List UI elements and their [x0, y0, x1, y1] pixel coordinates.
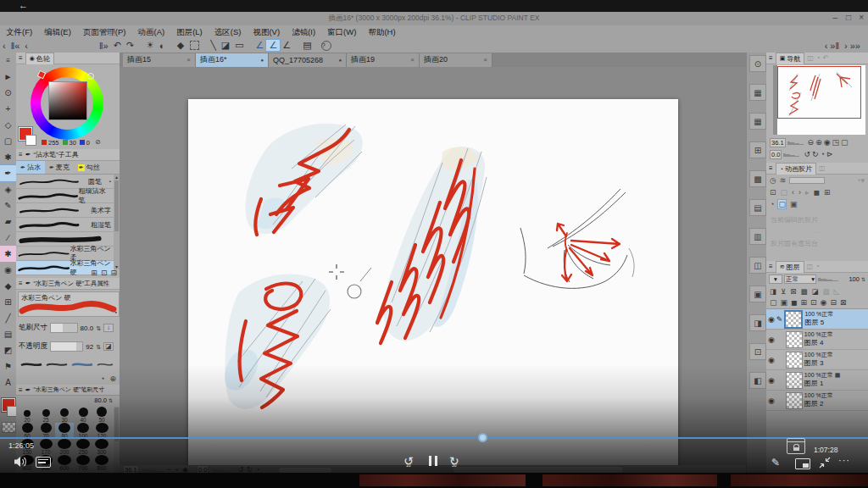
history-tab-icon[interactable]: ↶ — [823, 54, 829, 62]
toolbar-menu-icon[interactable]: ≡ — [0, 53, 16, 69]
tool-blend[interactable]: ◉ — [0, 262, 16, 278]
layer-row[interactable]: ◉ 100 %正常图层 4 — [766, 330, 868, 350]
stepper-icon[interactable]: ⇅ — [96, 325, 101, 331]
undo-icon[interactable]: ↶ — [111, 40, 124, 51]
duplicate-cel-icon[interactable]: ▢ — [781, 188, 788, 197]
progress-handle[interactable] — [478, 433, 487, 442]
clear-icon[interactable]: ☀ — [143, 40, 157, 51]
select-area-icon[interactable] — [190, 41, 199, 50]
menu-filter[interactable]: 滤镜(I) — [286, 25, 321, 38]
play-icon[interactable]: ▸ — [805, 188, 810, 197]
menu-selection[interactable]: 选区(S) — [209, 25, 248, 38]
tool-pen[interactable]: ✒ — [0, 165, 16, 181]
invert-selection-icon[interactable]: ◪ — [219, 40, 232, 51]
menu-view[interactable]: 视图(V) — [247, 25, 286, 38]
prev-cel-icon[interactable]: ‹ — [792, 188, 794, 197]
subtool-scrollbar[interactable]: ▴ ▾ — [114, 175, 120, 269]
lock-layer-icon[interactable]: ⊠ — [790, 287, 796, 296]
sv-square[interactable] — [48, 81, 87, 120]
layer-row-selected[interactable]: ◉ ✎ 100 %正常图层 5 — [766, 309, 868, 330]
menu-animation[interactable]: 动画(A) — [131, 25, 170, 38]
menu-edit[interactable]: 编辑(E) — [38, 25, 77, 38]
fullscreen-icon[interactable]: ▢ — [841, 139, 849, 147]
redo-icon[interactable]: ↷ — [124, 40, 136, 51]
selection-border-icon[interactable]: ▭ — [232, 40, 246, 51]
subview-tab-icon[interactable]: ◫ — [807, 54, 814, 62]
page-first-icon[interactable]: ‹ — [0, 41, 8, 51]
navigator-rotation-slider[interactable] — [783, 153, 802, 157]
stepper-icon[interactable]: ⇅ — [861, 277, 865, 282]
panel-menu-icon[interactable]: ≡ — [769, 263, 773, 270]
filmstrip-thumbnail[interactable] — [731, 474, 868, 486]
mask-layer-icon[interactable]: ◉ — [821, 298, 827, 307]
bg-color-swatch[interactable] — [25, 135, 36, 146]
merge-layer-icon[interactable]: ⊡ — [810, 298, 817, 307]
transfer-layer-icon[interactable]: ⊞ — [801, 298, 808, 307]
rotate-right-icon[interactable]: ↻ — [812, 151, 819, 158]
tool-tone[interactable]: ◩ — [0, 342, 16, 358]
tab-close-icon[interactable]: × — [186, 57, 191, 64]
new-cel-icon[interactable]: ⊡ — [770, 188, 776, 197]
navigator-zoom-value[interactable]: 36.1 — [770, 138, 786, 147]
dock-panel-icon[interactable]: ▣ — [749, 286, 766, 302]
tool-selection[interactable]: ▢ — [0, 133, 16, 149]
zoom-in-icon[interactable]: ⊕ — [815, 139, 822, 147]
tool-airbrush[interactable]: ∕ — [0, 230, 16, 246]
snap-ruler-icon[interactable]: ∠ — [253, 40, 267, 51]
dock-panel-icon[interactable]: ◨ — [749, 314, 766, 331]
timeline-tab-icon[interactable]: ◫ — [819, 164, 826, 172]
dock-panel-icon[interactable]: ▦ — [749, 84, 766, 101]
skip-back-icon[interactable]: ↺10 — [403, 454, 414, 468]
palette-icon[interactable]: ◺ — [833, 287, 839, 296]
close-button[interactable]: × — [859, 14, 864, 22]
dock-panel-icon[interactable]: ⊞ — [749, 141, 766, 158]
onion-skin-icon[interactable]: ◷ — [770, 176, 776, 185]
navigator-thumbnail[interactable] — [773, 65, 865, 135]
panel-menu-icon[interactable]: ≡ — [19, 151, 23, 158]
navigator-view-rect[interactable] — [777, 66, 861, 119]
snap-special-ruler-icon[interactable]: ∠ — [266, 40, 280, 51]
apply-mask-icon[interactable]: ⊟ — [830, 298, 837, 307]
more-icon[interactable]: ··· — [838, 455, 850, 465]
lock-window-icon[interactable] — [787, 438, 805, 454]
dock-panel-icon[interactable]: ▤ — [749, 199, 766, 216]
lighttable-doc-icon[interactable]: ▣ — [790, 200, 798, 208]
color-mode-icon[interactable]: ⊘ — [95, 139, 101, 146]
lighttable-cel-icon[interactable]: ▢ — [778, 200, 786, 208]
layer-property-tab-icon[interactable]: ◫ — [807, 263, 814, 270]
add-subtool-icon[interactable]: ⊞ — [91, 269, 97, 277]
danmaku-icon[interactable] — [36, 457, 51, 468]
opacity-dynamics-icon[interactable]: ◪ — [103, 342, 114, 351]
navigator-tab[interactable]: ▣导航 — [776, 53, 805, 64]
subtool-item[interactable]: 美术字 — [16, 203, 114, 218]
duplicate-subtool-icon[interactable]: ⊡ — [101, 269, 108, 277]
draft-icon[interactable]: ▨ — [822, 287, 829, 296]
page-prev-icon[interactable]: ‖« — [8, 41, 23, 51]
zoom-out-icon[interactable]: ⊖ — [808, 139, 815, 147]
dock-panel-icon[interactable]: ▦ — [749, 113, 766, 130]
panel-menu-icon[interactable]: ≡ — [19, 54, 23, 62]
dock-next-icon[interactable]: › »» — [842, 41, 863, 51]
dock-panel-icon[interactable]: ◫ — [749, 257, 766, 274]
note-pencil-icon[interactable]: ✎ — [771, 457, 780, 469]
new-vector-layer-icon[interactable]: ▣ — [781, 298, 788, 307]
new-layer-icon[interactable]: ▢ — [770, 298, 777, 307]
new-folder-icon[interactable]: ◼ — [791, 298, 797, 307]
quick-zoom-icon[interactable]: ⊙ — [749, 55, 766, 72]
mask-icon[interactable]: ▩ — [800, 287, 807, 296]
subtool-group-tab[interactable]: ✒勾丝 — [74, 161, 104, 174]
exit-fullscreen-icon[interactable] — [819, 457, 831, 469]
scroll-up-icon[interactable]: ▴ — [114, 175, 120, 180]
clip-icon[interactable]: ◨ — [770, 287, 776, 296]
color-wheel-tab[interactable]: ◉色轮 — [25, 53, 54, 64]
cel-settings-icon[interactable]: ⊞ — [824, 188, 831, 197]
actual-size-icon[interactable]: ◳ — [832, 139, 840, 147]
dock-prev-icon[interactable]: ‹ »‖ — [822, 41, 842, 51]
lock-icon[interactable]: ▪ — [115, 309, 117, 315]
progress-bar[interactable] — [0, 437, 868, 439]
dock-panel-icon[interactable]: ⊡ — [749, 343, 766, 360]
page-back-icon[interactable]: ‹ — [22, 41, 31, 51]
info-tab-icon[interactable]: ◔ — [816, 54, 821, 62]
tablet-mode-icon[interactable]: ▤ — [300, 40, 314, 51]
erase-selection-icon[interactable]: ◐ — [157, 41, 168, 51]
